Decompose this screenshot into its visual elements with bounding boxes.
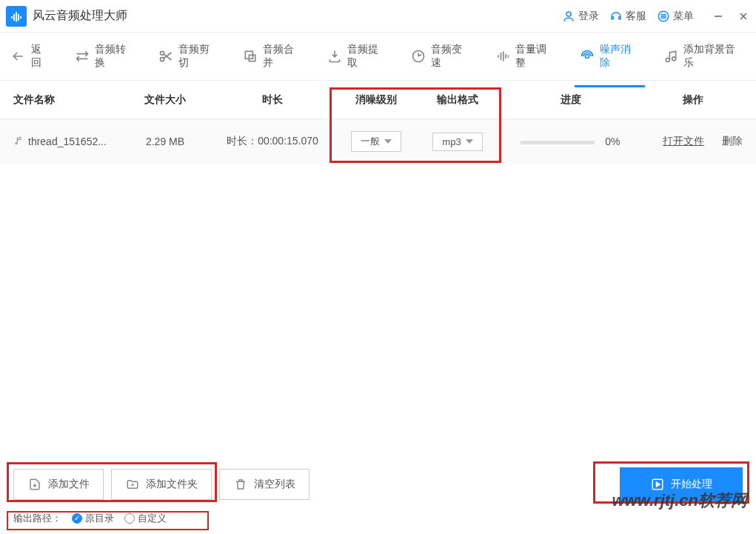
arrow-left-icon	[10, 48, 27, 64]
open-file-link[interactable]: 打开文件	[663, 135, 704, 147]
headset-icon	[609, 10, 623, 23]
app-title: 风云音频处理大师	[33, 8, 562, 24]
trash-icon	[233, 477, 248, 492]
volume-icon	[495, 48, 511, 64]
svg-point-7	[585, 55, 589, 59]
menu-icon	[657, 10, 670, 23]
chevron-down-icon	[384, 139, 392, 144]
speed-icon	[410, 48, 426, 64]
output-path-row: 输出路径： 原目录 自定义	[13, 512, 743, 525]
add-folder-button[interactable]: 添加文件夹	[111, 469, 212, 500]
path-custom-radio[interactable]: 自定义	[124, 512, 167, 525]
tab-volume[interactable]: 音量调整	[492, 37, 560, 76]
audio-file-icon	[13, 136, 25, 147]
table-row: thread_151652... 2.29 MB 时长：00:00:15.070…	[0, 119, 756, 164]
col-level: 消噪级别	[335, 93, 417, 107]
tab-cut[interactable]: 音频剪切	[155, 37, 223, 76]
radio-unchecked-icon	[124, 513, 135, 524]
file-size-cell: 2.29 MB	[121, 136, 210, 147]
svg-point-10	[16, 142, 17, 144]
music-icon	[663, 48, 679, 64]
back-button[interactable]: 返回	[7, 37, 55, 76]
merge-icon	[242, 48, 258, 64]
play-icon	[650, 477, 665, 492]
chevron-down-icon	[466, 139, 473, 144]
denoise-level-select[interactable]: 一般	[351, 131, 401, 152]
app-logo	[6, 6, 27, 27]
login-button[interactable]: 登录	[562, 10, 599, 23]
minimize-button[interactable]	[712, 10, 725, 23]
delete-link[interactable]: 删除	[722, 135, 743, 147]
col-size: 文件大小	[121, 93, 210, 107]
level-cell: 一般	[335, 131, 417, 152]
convert-icon	[74, 48, 90, 64]
radio-checked-icon	[72, 513, 82, 524]
col-format: 输出格式	[417, 93, 498, 107]
toolbar: 返回 音频转换 音频剪切 音频合并 音频提取 音频变速 音量调整 噪声消除 添加…	[0, 33, 756, 81]
path-original-radio[interactable]: 原目录	[72, 512, 114, 525]
bottom-panel: 添加文件 添加文件夹 清空列表 开始处理 输出路径： 原目录 自定义	[0, 458, 756, 534]
progress-cell: 0%	[498, 136, 643, 147]
tab-bgm[interactable]: 添加背景音乐	[660, 37, 749, 76]
format-cell: mp3	[417, 133, 498, 151]
add-file-button[interactable]: 添加文件	[13, 469, 104, 500]
clear-list-button[interactable]: 清空列表	[219, 469, 310, 500]
extract-icon	[327, 48, 343, 64]
svg-point-0	[566, 12, 571, 16]
scissor-icon	[158, 48, 174, 64]
output-path-label: 输出路径：	[13, 512, 61, 525]
menu-button[interactable]: 菜单	[657, 10, 694, 23]
col-name: 文件名称	[13, 93, 121, 107]
tab-convert[interactable]: 音频转换	[71, 37, 139, 76]
col-progress: 进度	[498, 93, 643, 107]
titlebar: 风云音频处理大师 登录 客服 菜单	[0, 0, 756, 33]
support-button[interactable]: 客服	[609, 10, 646, 23]
denoise-icon	[579, 48, 595, 64]
tab-merge[interactable]: 音频合并	[239, 37, 307, 76]
file-plus-icon	[27, 477, 42, 492]
start-button[interactable]: 开始处理	[620, 467, 743, 501]
duration-cell: 时长：00:00:15.070	[210, 135, 335, 148]
svg-point-3	[161, 58, 164, 61]
user-icon	[562, 10, 575, 23]
tab-extract[interactable]: 音频提取	[324, 37, 392, 76]
tab-denoise[interactable]: 噪声消除	[576, 37, 644, 76]
folder-plus-icon	[125, 477, 140, 492]
col-ops: 操作	[643, 93, 743, 107]
output-format-select[interactable]: mp3	[432, 133, 483, 151]
ops-cell: 打开文件 删除	[643, 135, 743, 148]
svg-point-2	[161, 51, 164, 55]
close-button[interactable]	[737, 10, 750, 23]
tab-speed[interactable]: 音频变速	[407, 37, 475, 76]
file-name-cell: thread_151652...	[13, 136, 121, 147]
progress-bar	[521, 141, 595, 144]
col-duration: 时长	[210, 93, 335, 107]
